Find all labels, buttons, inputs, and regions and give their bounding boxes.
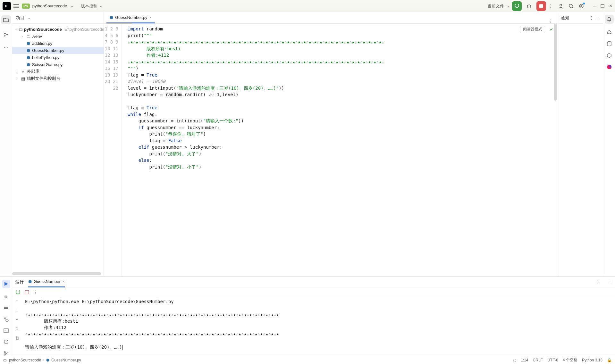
python-console-icon[interactable]: ⧉	[4, 294, 7, 300]
file-encoding[interactable]: UTF-8	[547, 358, 558, 362]
folder-icon: 🗀	[26, 34, 31, 39]
h-scrollbar[interactable]	[12, 272, 101, 275]
svg-point-20	[7, 34, 8, 35]
more-icon[interactable]: ⋮	[589, 15, 594, 20]
inspection-ok-icon[interactable]: ✔	[550, 27, 553, 32]
stop-icon[interactable]	[25, 290, 29, 294]
notify-header: 通知 ⋮ ─	[557, 12, 603, 24]
close-tab-icon[interactable]: ×	[63, 279, 65, 284]
notifications-icon[interactable]	[605, 15, 614, 24]
trash-icon[interactable]: 🗑	[15, 335, 19, 340]
database-icon[interactable]	[607, 41, 612, 47]
vcs-label: 版本控制	[81, 4, 97, 8]
svg-point-15	[579, 4, 583, 8]
close-window-icon[interactable]: ✕	[609, 4, 612, 8]
console-output[interactable]: E:\python\python.exe E:\pythonSourcecode…	[22, 297, 615, 356]
editor-area: ⬢ GuessNumber.py × ⋮ 1 2 3 4 5 6 7 8 9 1…	[104, 12, 557, 276]
close-tab-icon[interactable]: ×	[149, 15, 152, 20]
svg-point-36	[4, 352, 5, 353]
print-icon[interactable]: ⎙	[16, 326, 18, 331]
svg-line-8	[530, 5, 531, 6]
svg-line-21	[5, 33, 7, 35]
problems-icon[interactable]	[4, 339, 9, 344]
notify-title: 通知	[561, 15, 569, 21]
code-editor[interactable]: 1 2 3 4 5 6 7 8 9 10 11 12 13 14 15 16 1…	[104, 24, 557, 276]
tree-scratch[interactable]: ›▤ 临时文件和控制台	[12, 75, 104, 82]
item-label: 外部库	[27, 69, 39, 74]
breadcrumb[interactable]: 🗀 pythonSourcecode › ⬢ GuessNumber.py	[3, 358, 81, 362]
current-file-label: 当前文件	[487, 3, 504, 9]
project-badge: PS	[22, 4, 30, 9]
python-file-icon: ⬢	[26, 55, 31, 60]
run-tabs: 运行 ⬢ GuessNumber × ⋮ ─	[12, 277, 615, 287]
vcs-tool-icon[interactable]	[4, 351, 9, 356]
chevron-down-icon[interactable]: ⌄	[27, 15, 30, 20]
structure-icon[interactable]	[4, 32, 9, 37]
item-label: addition.py	[32, 41, 52, 46]
run-config-selector[interactable]: 当前文件⌄	[487, 3, 510, 9]
more-icon[interactable]: ⋮	[33, 290, 38, 294]
v-scrollbar[interactable]	[554, 24, 557, 101]
maximize-icon[interactable]	[601, 4, 604, 8]
editor-tab[interactable]: ⬢ GuessNumber.py ×	[106, 12, 155, 23]
item-label: 临时文件和控制台	[27, 76, 60, 81]
indent-info[interactable]: 4 个空格	[563, 357, 577, 363]
stop-button[interactable]	[536, 1, 546, 11]
tree-file[interactable]: ⬢ addition.py	[12, 40, 104, 47]
run-body: 运行 ⬢ GuessNumber × ⋮ ─ ⋮ ↑ ↓ ⤶ ⎙ 🗑 E:\py…	[12, 277, 615, 356]
tab-more-icon[interactable]: ⋮	[549, 19, 553, 23]
code-with-me-icon[interactable]	[558, 3, 564, 9]
lock-icon[interactable]: 🔒	[607, 358, 612, 362]
app-icon[interactable]: P	[3, 2, 11, 10]
minimize-icon[interactable]: ─	[593, 4, 596, 8]
python-file-icon: ⬢	[110, 15, 113, 20]
tree-file[interactable]: ⬢ helloPython.py	[12, 54, 104, 61]
services-icon[interactable]	[4, 306, 9, 310]
run-tab[interactable]: ⬢ GuessNumber ×	[28, 277, 65, 287]
svg-line-10	[530, 7, 531, 7]
run-config-icon[interactable]	[4, 317, 9, 322]
debug-button[interactable]	[524, 1, 534, 11]
tree-file[interactable]: ⬢ ScissorGame.py	[12, 61, 104, 68]
settings-icon[interactable]	[578, 3, 584, 9]
caret-position[interactable]: 1:14	[521, 358, 528, 362]
more-icon[interactable]: ⋮	[596, 279, 600, 284]
minimize-panel-icon[interactable]: ─	[608, 279, 611, 284]
terminal-icon[interactable]: >_	[4, 328, 9, 333]
tree-root[interactable]: ⌄ 🗀 pythonSourcecode E:\pythonSourcecode	[12, 26, 104, 33]
run-tool-icon[interactable]	[2, 280, 10, 288]
line-separator[interactable]: CRLF	[533, 358, 543, 362]
up-icon[interactable]: ↑	[16, 298, 18, 303]
project-tool-icon[interactable]	[1, 15, 11, 24]
item-label: GuessNumber.py	[32, 48, 64, 53]
plugin-icon[interactable]	[606, 53, 612, 58]
more-tools-icon[interactable]: ⋯	[4, 45, 8, 50]
project-tree[interactable]: ⌄ 🗀 pythonSourcecode E:\pythonSourcecode…	[12, 24, 104, 272]
hamburger-icon[interactable]	[13, 4, 19, 8]
pie-icon[interactable]	[606, 64, 612, 70]
wrap-icon[interactable]: ⤶	[15, 317, 19, 322]
python-interpreter[interactable]: Python 3.13	[582, 358, 602, 362]
progress-icon[interactable]: ◌	[513, 358, 516, 362]
tree-ext-libs[interactable]: ›⑃ 外部库	[12, 68, 104, 75]
tab-label: GuessNumber.py	[115, 15, 147, 20]
chevron-down-icon[interactable]: ⌄	[70, 4, 74, 8]
down-icon[interactable]: ↓	[16, 308, 18, 312]
tree-folder[interactable]: ›🗀 .venv	[12, 33, 104, 40]
python-file-icon: ⬢	[26, 48, 31, 53]
search-icon[interactable]	[568, 3, 574, 9]
status-bar: 🗀 pythonSourcecode › ⬢ GuessNumber.py ◌ …	[0, 356, 615, 364]
rerun-icon[interactable]	[15, 290, 21, 295]
ai-assistant-icon[interactable]	[606, 29, 612, 35]
tree-file[interactable]: ⬢ GuessNumber.py	[12, 47, 104, 54]
project-name[interactable]: pythonSourcecode	[32, 4, 67, 8]
vcs-menu[interactable]: 版本控制 ⌄	[81, 3, 103, 9]
minimize-panel-icon[interactable]: ─	[596, 15, 599, 20]
code-content[interactable]: import random print(""" ☆★☆★☆★☆★☆★☆★☆★☆★…	[122, 24, 557, 276]
run-button[interactable]	[512, 1, 522, 11]
more-icon[interactable]: ⋮	[549, 4, 553, 8]
reader-mode-badge[interactable]: 阅读器模式	[520, 26, 545, 33]
left-toolbar: ⋯	[0, 12, 12, 276]
console-wrap: ↑ ↓ ⤶ ⎙ 🗑 E:\python\python.exe E:\python…	[12, 297, 615, 356]
svg-point-5	[527, 5, 531, 8]
